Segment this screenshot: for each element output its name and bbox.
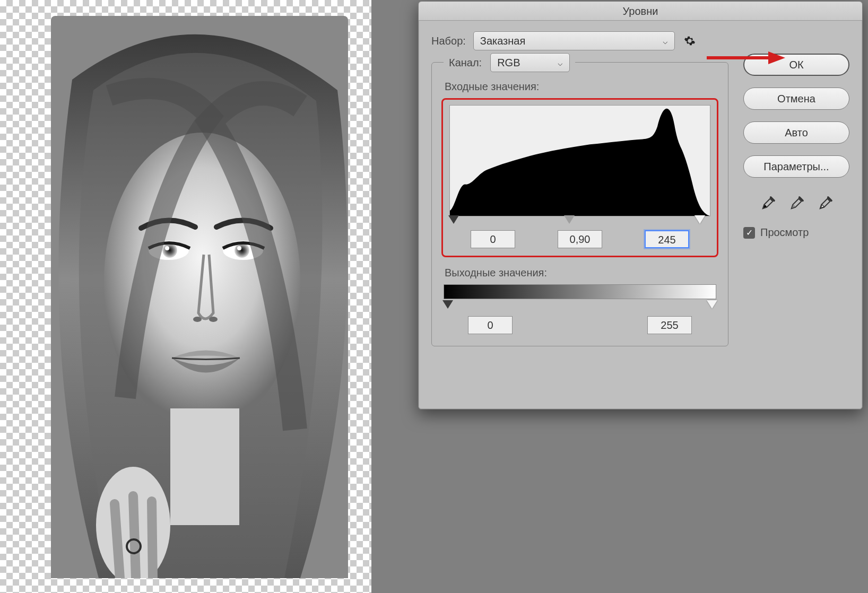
svg-rect-2 bbox=[170, 408, 239, 525]
ok-button[interactable]: ОК bbox=[743, 54, 849, 76]
preview-checkbox[interactable]: ✓ bbox=[743, 227, 755, 239]
levels-dialog: Уровни Набор: Заказная ⌵ Канал: RGB bbox=[418, 1, 863, 409]
channel-label: Канал: bbox=[449, 57, 482, 69]
svg-point-6 bbox=[235, 243, 249, 258]
eyedropper-gray-icon[interactable] bbox=[787, 193, 805, 211]
input-slider-track[interactable] bbox=[449, 215, 710, 227]
dialog-button-column: ОК Отмена Авто Параметры... ✓ Просмотр bbox=[743, 54, 849, 239]
preset-gear-icon[interactable] bbox=[682, 33, 697, 48]
output-white-field[interactable]: 255 bbox=[647, 316, 692, 334]
input-gamma-field[interactable]: 0,90 bbox=[558, 230, 602, 248]
input-black-field[interactable]: 0 bbox=[471, 230, 515, 248]
svg-point-5 bbox=[162, 243, 177, 258]
histogram[interactable] bbox=[449, 105, 710, 216]
output-levels-label: Выходные значения: bbox=[445, 267, 718, 279]
midtone-slider[interactable] bbox=[564, 215, 575, 224]
preview-label: Просмотр bbox=[760, 226, 809, 239]
preset-label: Набор: bbox=[431, 35, 466, 47]
channel-select[interactable]: RGB ⌵ bbox=[490, 53, 570, 72]
dialog-title[interactable]: Уровни bbox=[419, 2, 862, 21]
options-button[interactable]: Параметры... bbox=[743, 155, 849, 178]
input-white-field[interactable]: 245 bbox=[645, 230, 689, 248]
output-black-slider[interactable] bbox=[442, 300, 453, 309]
output-slider-track[interactable] bbox=[444, 300, 716, 311]
document-image bbox=[51, 16, 348, 578]
eyedropper-row bbox=[743, 193, 849, 211]
cancel-button[interactable]: Отмена bbox=[743, 88, 849, 110]
chevron-down-icon: ⌵ bbox=[663, 36, 668, 46]
svg-point-7 bbox=[165, 246, 169, 250]
chevron-down-icon: ⌵ bbox=[558, 58, 563, 68]
eyedropper-white-icon[interactable] bbox=[816, 193, 834, 211]
shadow-slider[interactable] bbox=[448, 215, 459, 224]
canvas-checkerboard bbox=[0, 0, 371, 593]
eyedropper-black-icon[interactable] bbox=[759, 193, 777, 211]
input-levels-label: Входные значения: bbox=[445, 81, 718, 93]
auto-button[interactable]: Авто bbox=[743, 121, 849, 144]
highlight-slider[interactable] bbox=[695, 215, 705, 224]
preset-value: Заказная bbox=[480, 35, 525, 47]
output-black-field[interactable]: 0 bbox=[468, 316, 513, 334]
channel-value: RGB bbox=[497, 57, 520, 69]
svg-point-8 bbox=[237, 246, 241, 250]
output-white-slider[interactable] bbox=[707, 300, 717, 309]
channel-group: Канал: RGB ⌵ Входные значения: bbox=[431, 62, 728, 346]
input-levels-highlight: 0 0,90 245 bbox=[441, 98, 718, 257]
preset-select[interactable]: Заказная ⌵ bbox=[473, 31, 675, 50]
svg-point-9 bbox=[193, 317, 202, 322]
svg-point-10 bbox=[209, 317, 218, 322]
output-gradient[interactable] bbox=[444, 284, 716, 299]
